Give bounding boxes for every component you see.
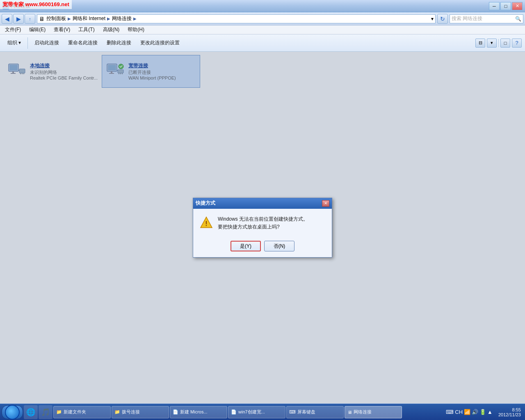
organize-button[interactable]: 组织 ▾ [3, 37, 25, 50]
dialog-message-line1: Windows 无法在当前位置创建快捷方式。 [218, 215, 308, 223]
taskbar-task-network[interactable]: 🖥 网络连接 [345, 406, 402, 418]
task-folder-icon: 📁 [56, 409, 62, 415]
menubar: 文件(F) 编辑(E) 查看(V) 工具(T) 高级(N) 帮助(H) [0, 25, 525, 34]
start-button[interactable] [2, 405, 23, 419]
task-word2-label: win7创建宽... [238, 409, 265, 415]
breadcrumb-arrow-1: ▶ [68, 16, 71, 21]
delete-connection-button[interactable]: 删除此连接 [103, 37, 135, 50]
view-dropdown[interactable]: ▾ [487, 39, 497, 48]
clock[interactable]: 8:55 2012/11/23 [496, 406, 523, 418]
address-dropdown-arrow[interactable]: ▾ [431, 16, 434, 22]
menu-file[interactable]: 文件(F) [3, 25, 23, 34]
tray-volume-icon: 🔊 [472, 409, 478, 415]
taskbar-ie-icon[interactable]: 🌐 [24, 405, 38, 419]
task-word2-icon: 📄 [231, 409, 237, 415]
menu-view[interactable]: 查看(V) [52, 25, 72, 34]
rename-connection-button[interactable]: 重命名此连接 [64, 37, 102, 50]
taskbar: 🌐 🎵 📁 新建文件夹 📁 拨号连接 📄 新建 Micros... 📄 win7… [0, 404, 525, 420]
task-folder-label: 新建文件夹 [64, 409, 86, 415]
breadcrumb-arrow-3: ▶ [133, 16, 137, 21]
taskbar-task-word2[interactable]: 📄 win7创建宽... [228, 406, 285, 418]
help-button[interactable]: ? [512, 39, 522, 48]
refresh-button[interactable]: ↻ [437, 14, 448, 24]
close-button[interactable]: ✕ [512, 2, 523, 10]
task-dialup-icon: 📁 [114, 409, 120, 415]
system-tray: ⌨ CH 📶 🔊 🔋 ▲ [444, 409, 494, 415]
tray-arrow-icon[interactable]: ▲ [487, 409, 493, 415]
toolbar-separator-1 [27, 37, 28, 49]
task-keyboard-icon: ⌨ [289, 409, 296, 415]
breadcrumb-item-2[interactable]: 网络和 Internet [73, 15, 105, 22]
dialog-buttons: 是(Y) 否(N) [193, 237, 332, 257]
start-orb [5, 405, 20, 420]
task-network-label: 网络连接 [354, 409, 372, 415]
toolbar-right: ⊟ ▾ □ ? [475, 39, 522, 48]
no-button[interactable]: 否(N) [264, 241, 294, 251]
task-keyboard-label: 屏幕键盘 [297, 409, 315, 415]
preview-pane-button[interactable]: □ [500, 39, 510, 48]
minimize-button[interactable]: ─ [489, 2, 500, 10]
taskbar-task-dialup[interactable]: 📁 拨号连接 [112, 406, 169, 418]
menu-edit[interactable]: 编辑(E) [27, 25, 47, 34]
search-box[interactable]: 搜索 网络连接 🔍 [450, 14, 523, 23]
tray-lang-icon: CH [455, 409, 463, 415]
content-area: 本地连接 未识别的网络 Realtek PCIe GBE Family Cont… [0, 52, 525, 404]
addressbar: ◀ ▶ ↑ 🖥 控制面板 ▶ 网络和 Internet ▶ 网络连接 ▶ ▾ ↻… [0, 12, 525, 25]
titlebar-controls: ─ □ ✕ [489, 2, 523, 10]
warning-icon: ! [200, 216, 213, 229]
start-connection-button[interactable]: 启动此连接 [30, 37, 63, 50]
clock-date: 2012/11/23 [498, 412, 521, 417]
shortcut-dialog: 快捷方式 ✕ ! Windows 无法在当前位置创建快捷方式。 要把快捷方式放在… [193, 198, 332, 258]
titlebar: 网络连接 ─ □ ✕ [0, 0, 525, 12]
task-word1-icon: 📄 [173, 409, 178, 415]
search-placeholder: 搜索 网络连接 [452, 15, 514, 22]
taskbar-right: ⌨ CH 📶 🔊 🔋 ▲ 8:55 2012/11/23 [444, 406, 523, 418]
menu-help[interactable]: 帮助(H) [126, 25, 146, 34]
taskbar-task-newfolder[interactable]: 📁 新建文件夹 [53, 406, 111, 418]
tray-battery-icon: 🔋 [479, 409, 486, 415]
tray-network-icon: 📶 [464, 409, 470, 415]
menu-tools[interactable]: 工具(T) [77, 25, 96, 34]
dialog-message-line2: 要把快捷方式放在桌面上吗? [218, 223, 308, 231]
maximize-button[interactable]: □ [500, 2, 511, 10]
change-settings-button[interactable]: 更改此连接的设置 [136, 37, 184, 50]
taskbar-task-keyboard[interactable]: ⌨ 屏幕键盘 [286, 406, 344, 418]
dialog-overlay: 快捷方式 ✕ ! Windows 无法在当前位置创建快捷方式。 要把快捷方式放在… [0, 52, 525, 404]
nav-buttons: ◀ ▶ ↑ [2, 14, 35, 24]
back-button[interactable]: ◀ [2, 14, 12, 24]
task-word1-label: 新建 Micros... [180, 409, 208, 415]
watermark: 宽带专家 www.9600169.net [0, 0, 72, 9]
dialog-titlebar: 快捷方式 ✕ [193, 198, 332, 209]
toolbar: 组织 ▾ 启动此连接 重命名此连接 删除此连接 更改此连接的设置 ⊟ ▾ □ ? [0, 34, 525, 52]
task-dialup-label: 拨号连接 [122, 409, 140, 415]
svg-text:!: ! [205, 220, 207, 227]
forward-button[interactable]: ▶ [13, 14, 24, 24]
breadcrumb-item-3[interactable]: 网络连接 [112, 15, 132, 22]
dialog-message: Windows 无法在当前位置创建快捷方式。 要把快捷方式放在桌面上吗? [218, 215, 308, 231]
dialog-close-button[interactable]: ✕ [322, 200, 329, 207]
menu-advanced[interactable]: 高级(N) [101, 25, 121, 34]
task-network-icon: 🖥 [347, 410, 352, 415]
clock-time: 8:55 [498, 407, 521, 412]
view-button[interactable]: ⊟ [475, 39, 485, 48]
up-button[interactable]: ↑ [25, 14, 35, 24]
search-icon[interactable]: 🔍 [515, 16, 521, 22]
taskbar-media-icon[interactable]: 🎵 [39, 405, 52, 419]
breadcrumb-item-1[interactable]: 控制面板 [46, 15, 66, 22]
taskbar-task-word1[interactable]: 📄 新建 Micros... [170, 406, 227, 418]
address-path[interactable]: 🖥 控制面板 ▶ 网络和 Internet ▶ 网络连接 ▶ ▾ [37, 14, 436, 23]
dialog-title-text: 快捷方式 [196, 200, 215, 207]
tray-keyboard-icon: ⌨ [446, 409, 454, 415]
yes-button[interactable]: 是(Y) [231, 241, 261, 251]
dialog-content: ! Windows 无法在当前位置创建快捷方式。 要把快捷方式放在桌面上吗? [193, 209, 332, 237]
breadcrumb-icon: 🖥 [39, 16, 45, 22]
breadcrumb-arrow-2: ▶ [107, 16, 110, 21]
